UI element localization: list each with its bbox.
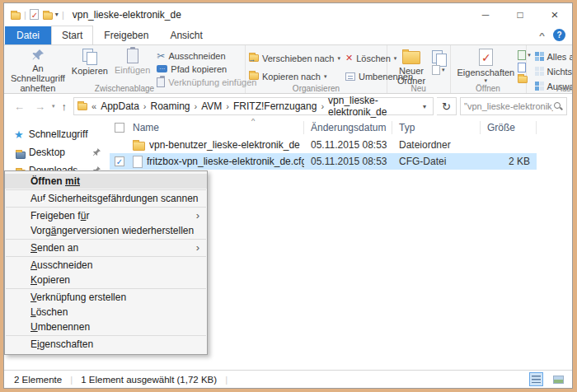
- quick-access-label: Schnellzugriff: [29, 128, 88, 140]
- refresh-button[interactable]: ↻: [437, 97, 457, 115]
- ribbon-group-organize: → Verschieben nach ▾ Kopieren nach ▾ ✕ L…: [246, 45, 387, 93]
- breadcrumb[interactable]: « AppData › Roaming › AVM › FRITZ!Fernzu…: [73, 97, 434, 115]
- titlebar: | ✓ ▾ | vpn_lieske-elektronik_de ─ □ ×: [4, 3, 572, 26]
- minimize-button[interactable]: ─: [468, 3, 503, 26]
- menu-accel: S: [30, 242, 37, 254]
- breadcrumb-segment-current[interactable]: vpn_lieske-elektronik_de: [328, 95, 417, 118]
- copy-to-dropdown-icon: ▾: [324, 73, 327, 80]
- qat-customize-dropdown-icon[interactable]: ▾: [55, 11, 59, 18]
- status-separator: |: [225, 375, 228, 385]
- move-to-button[interactable]: → Verschieben nach ▾: [249, 52, 340, 64]
- new-item-icon: [432, 65, 440, 75]
- copy-path-button[interactable]: ··· Pfad kopieren: [157, 63, 256, 75]
- sort-ascending-icon[interactable]: ^: [251, 119, 255, 125]
- select-none-button[interactable]: Nichts auswählen: [535, 65, 573, 77]
- forward-icon[interactable]: →: [31, 100, 49, 113]
- menu-item-scan-for-threats[interactable]: Auf Sicherheitsgefährdungen scannen: [5, 191, 207, 206]
- tab-freigeben[interactable]: Freigeben: [93, 26, 159, 44]
- column-header-name[interactable]: Name: [110, 121, 304, 134]
- menu-label: mbenennen: [38, 321, 90, 333]
- select-none-icon: [535, 67, 544, 76]
- column-header-type[interactable]: Typ: [392, 121, 481, 134]
- menu-item-delete[interactable]: Löschen: [5, 305, 207, 320]
- select-all-label: Alles auswählen: [547, 52, 573, 62]
- menu-item-open-with[interactable]: Öffnen mit: [5, 174, 207, 189]
- table-row-cfg-file[interactable]: ✓ fritzbox-vpn_lieske-elektronik_de.cfg …: [110, 153, 537, 170]
- breadcrumb-segment-roaming[interactable]: Roaming: [151, 100, 190, 112]
- column-header-date[interactable]: Änderungsdatum: [304, 121, 392, 134]
- copy-path-icon: ···: [157, 65, 167, 72]
- menu-item-send-to[interactable]: Senden an ›: [5, 240, 207, 255]
- tab-datei[interactable]: Datei: [5, 26, 51, 44]
- window-title: vpn_lieske-elektronik_de: [73, 9, 181, 21]
- titlebar-separator2: |: [62, 10, 64, 20]
- search-input[interactable]: "vpn_lieske-elektronik_de" dur...: [460, 97, 567, 115]
- breadcrumb-segment-avm[interactable]: AVM: [201, 100, 222, 112]
- address-dropdown-icon[interactable]: ▾: [420, 103, 429, 110]
- collapse-ribbon-icon[interactable]: ^: [539, 30, 545, 40]
- help-icon[interactable]: ?: [553, 29, 565, 41]
- new-group-label: Neu: [387, 84, 450, 93]
- menu-item-share-with[interactable]: Freigeben für ›: [5, 208, 207, 223]
- properties-dropdown-icon: ▾: [485, 77, 488, 84]
- table-row-folder[interactable]: vpn-benutzer_lieske-elektronik_de 05.11.…: [110, 137, 537, 153]
- folder-icon: [133, 142, 145, 151]
- menu-separator: [6, 335, 206, 336]
- selection-status: 1 Element ausgewählt (1,72 KB): [81, 375, 217, 385]
- menu-item-cut[interactable]: Ausschneiden: [5, 258, 207, 273]
- sidebar-item-quick-access[interactable]: ★ Schnellzugriff: [4, 125, 110, 143]
- cfg-file-icon: [133, 156, 143, 168]
- column-header-size[interactable]: Größe: [481, 121, 537, 134]
- select-all-button[interactable]: Alles auswählen: [535, 50, 573, 63]
- tab-ansicht[interactable]: Ansicht: [159, 26, 213, 44]
- thumbnails-view-button[interactable]: [551, 372, 565, 386]
- copy-label: Kopieren: [72, 66, 108, 76]
- row-name: fritzbox-vpn_lieske-elektronik_de.cfg: [147, 156, 304, 167]
- back-icon[interactable]: ←: [11, 100, 28, 113]
- menu-item-restore-previous-versions[interactable]: Vorgängerversionen wiederherstellen: [5, 223, 207, 238]
- breadcrumb-folder-icon: [77, 103, 87, 110]
- thumbnails-view-icon: [553, 376, 564, 384]
- breadcrumb-overflow-icon[interactable]: «: [90, 101, 98, 111]
- menu-separator: [6, 189, 206, 190]
- menu-label: enden an: [37, 242, 78, 254]
- row-checkbox-checked[interactable]: ✓: [115, 156, 124, 166]
- breadcrumb-separator: ›: [142, 101, 148, 111]
- menu-label: Vorg: [30, 225, 51, 236]
- copy-button[interactable]: Kopieren: [68, 47, 111, 77]
- new-folder-button[interactable]: Neuer Ordner: [391, 47, 432, 87]
- recent-locations-icon[interactable]: ▾: [52, 103, 55, 110]
- paste-button[interactable]: Einfügen: [111, 47, 153, 77]
- open-group-label: Öffnen: [451, 84, 526, 93]
- item-count: 2 Elemente: [14, 375, 62, 385]
- ribbon: An Schnellzugriff anheften Kopieren Einf…: [4, 44, 572, 94]
- menu-item-create-shortcut[interactable]: Verknüpfung erstellen: [5, 290, 207, 305]
- menu-accel: K: [30, 274, 37, 286]
- menu-label: Auf Sicherheitsgefährdungen scannen: [30, 193, 198, 204]
- copy-to-button[interactable]: Kopieren nach ▾: [249, 70, 340, 82]
- refresh-icon: ↻: [442, 100, 451, 113]
- row-name: vpn-benutzer_lieske-elektronik_de: [149, 139, 300, 151]
- close-button[interactable]: ×: [537, 3, 572, 26]
- cut-button[interactable]: ✂ Ausschneiden: [157, 49, 256, 62]
- qat-new-folder-icon[interactable]: [43, 12, 53, 20]
- details-view-button[interactable]: [529, 372, 543, 386]
- select-all-checkbox[interactable]: [115, 123, 124, 133]
- menu-item-properties[interactable]: Eigenschaften: [5, 337, 207, 352]
- tab-start[interactable]: Start: [51, 26, 93, 44]
- maximize-button[interactable]: □: [503, 3, 537, 26]
- properties-button[interactable]: ✓ Eigenschaften ▾: [454, 47, 518, 86]
- sidebar-item-desktop[interactable]: Desktop: [4, 143, 110, 161]
- search-placeholder: "vpn_lieske-elektronik_de" dur...: [464, 101, 553, 111]
- menu-item-copy[interactable]: Kopieren: [5, 273, 207, 287]
- menu-item-rename[interactable]: Umbenennen: [5, 320, 207, 334]
- breadcrumb-segment-fritz-fernzugang[interactable]: FRITZ!Fernzugang: [233, 100, 317, 112]
- cut-icon: ✂: [157, 50, 165, 62]
- qat-properties-icon[interactable]: ✓: [30, 9, 39, 20]
- up-icon[interactable]: ↑: [59, 100, 71, 113]
- menu-label: usschneiden: [37, 259, 92, 271]
- easy-access-button[interactable]: ▾: [432, 50, 447, 61]
- breadcrumb-segment-appdata[interactable]: AppData: [101, 100, 139, 112]
- desktop-label: Desktop: [29, 147, 65, 158]
- status-separator: |: [70, 375, 73, 385]
